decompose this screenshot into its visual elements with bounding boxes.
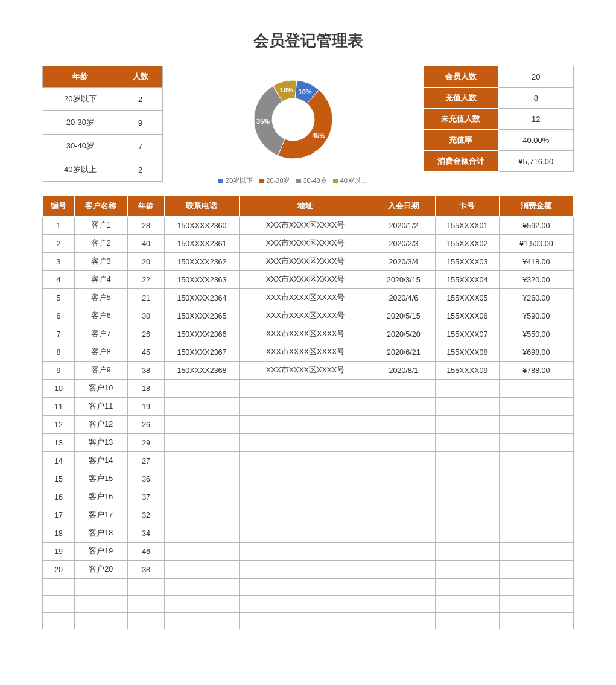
member-cell-date: 2020/5/15 (372, 307, 436, 325)
member-cell-date: 2020/3/4 (372, 253, 436, 271)
member-cell-addr (239, 543, 372, 561)
member-cell-age (127, 613, 165, 629)
member-table-row: 16客户1637 (43, 488, 574, 506)
legend-label: 20-30岁 (266, 176, 290, 185)
summary-value: 40.00% (498, 130, 574, 151)
age-table: 年龄 人数 20岁以下220-30岁930-40岁740岁以上2 (42, 66, 163, 182)
member-cell-name (74, 596, 127, 613)
member-cell-date: 2020/4/6 (372, 289, 436, 307)
legend-label: 40岁以上 (340, 176, 367, 185)
member-cell-name: 客户15 (74, 470, 127, 488)
member-cell-date (372, 380, 436, 398)
member-cell-amt: ¥320.00 (499, 271, 573, 289)
member-cell-no: 3 (43, 253, 75, 271)
member-table-row: 3客户320150XXXX2362XXX市XXXX区XXXX号2020/3/41… (43, 253, 574, 271)
member-cell-amt (499, 613, 573, 629)
member-cell-amt (499, 452, 573, 470)
member-table-row: 19客户1946 (43, 543, 574, 561)
legend-swatch-icon (218, 179, 223, 183)
member-table-row: 6客户630150XXXX2365XXX市XXXX区XXXX号2020/5/15… (43, 307, 574, 325)
member-cell-no: 1 (43, 217, 75, 235)
age-table-row: 20岁以下2 (43, 88, 163, 111)
member-cell-no: 6 (43, 307, 75, 325)
member-cell-tel (165, 416, 239, 434)
member-cell-name: 客户1 (74, 217, 127, 235)
member-cell-amt: ¥788.00 (499, 362, 573, 380)
age-count: 2 (118, 88, 163, 111)
member-cell-addr: XXX市XXXX区XXXX号 (239, 362, 372, 380)
member-cell-card: 155XXXX07 (436, 325, 500, 343)
member-table-row: 7客户726150XXXX2366XXX市XXXX区XXXX号2020/5/20… (43, 325, 574, 343)
member-cell-name: 客户17 (74, 506, 127, 524)
member-cell-name: 客户13 (74, 434, 127, 452)
member-cell-date: 2020/5/20 (372, 325, 436, 343)
member-cell-age: 29 (127, 434, 165, 452)
member-cell-no: 19 (43, 543, 75, 561)
member-cell-tel (165, 561, 239, 579)
member-cell-addr (239, 613, 372, 629)
member-cell-no: 18 (43, 524, 75, 543)
member-cell-tel (165, 434, 239, 452)
member-cell-card (436, 613, 500, 629)
age-label: 40岁以上 (43, 158, 118, 182)
member-cell-name: 客户9 (74, 362, 127, 380)
member-table-row: 1客户128150XXXX2360XXX市XXXX区XXXX号2020/1/21… (43, 217, 574, 235)
member-cell-amt (499, 398, 573, 416)
member-cell-card: 155XXXX03 (436, 253, 500, 271)
member-cell-no (43, 596, 75, 613)
summary-label: 充值率 (424, 130, 499, 151)
member-cell-addr (239, 506, 372, 524)
member-table-row (43, 596, 574, 613)
member-table-row: 5客户521150XXXX2364XXX市XXXX区XXXX号2020/4/61… (43, 289, 574, 307)
member-cell-amt: ¥418.00 (499, 253, 573, 271)
member-cell-addr: XXX市XXXX区XXXX号 (239, 325, 372, 343)
age-donut-chart: 10%45%35%10% 20岁以下20-30岁30-40岁40岁以上 (177, 66, 408, 185)
member-cell-age: 21 (127, 289, 165, 307)
member-cell-addr (239, 398, 372, 416)
member-cell-card (436, 416, 500, 434)
member-cell-age: 28 (127, 217, 165, 235)
member-cell-date: 2020/1/2 (372, 217, 436, 235)
summary-value: 20 (498, 66, 574, 88)
member-cell-no: 2 (43, 235, 75, 253)
member-cell-name: 客户18 (74, 524, 127, 543)
member-cell-tel: 150XXXX2366 (165, 325, 239, 343)
member-table-row (43, 613, 574, 629)
member-cell-date (372, 434, 436, 452)
member-cell-amt: ¥592.00 (499, 217, 573, 235)
member-cell-addr (239, 416, 372, 434)
member-cell-name: 客户19 (74, 543, 127, 561)
member-cell-no: 17 (43, 506, 75, 524)
member-cell-age: 37 (127, 488, 165, 506)
age-table-row: 20-30岁9 (43, 111, 163, 135)
member-cell-card (436, 434, 500, 452)
member-cell-addr (239, 596, 372, 613)
member-cell-no: 12 (43, 416, 75, 434)
summary-value: 8 (498, 88, 574, 109)
member-cell-amt (499, 416, 573, 434)
member-table-row: 9客户938150XXXX2368XXX市XXXX区XXXX号2020/8/11… (43, 362, 574, 380)
member-cell-tel (165, 452, 239, 470)
member-cell-card: 155XXXX01 (436, 217, 500, 235)
member-cell-tel (165, 488, 239, 506)
summary-label: 会员人数 (424, 66, 499, 88)
member-cell-amt (499, 506, 573, 524)
summary-label: 未充值人数 (424, 109, 499, 130)
member-cell-addr (239, 380, 372, 398)
member-cell-addr: XXX市XXXX区XXXX号 (239, 217, 372, 235)
member-cell-card (436, 596, 500, 613)
member-cell-name: 客户10 (74, 380, 127, 398)
member-cell-date (372, 488, 436, 506)
age-count: 9 (118, 111, 163, 135)
member-table-header: 地址 (239, 196, 372, 217)
legend-item: 20岁以下 (218, 176, 253, 185)
member-cell-tel: 150XXXX2362 (165, 253, 239, 271)
member-cell-age: 36 (127, 470, 165, 488)
donut-slice-label: 45% (312, 132, 325, 139)
member-cell-name (74, 613, 127, 629)
member-cell-age: 22 (127, 271, 165, 289)
member-table-header: 年龄 (127, 196, 165, 217)
member-table-row: 18客户1834 (43, 524, 574, 543)
member-cell-no: 20 (43, 561, 75, 579)
member-cell-age: 34 (127, 524, 165, 543)
